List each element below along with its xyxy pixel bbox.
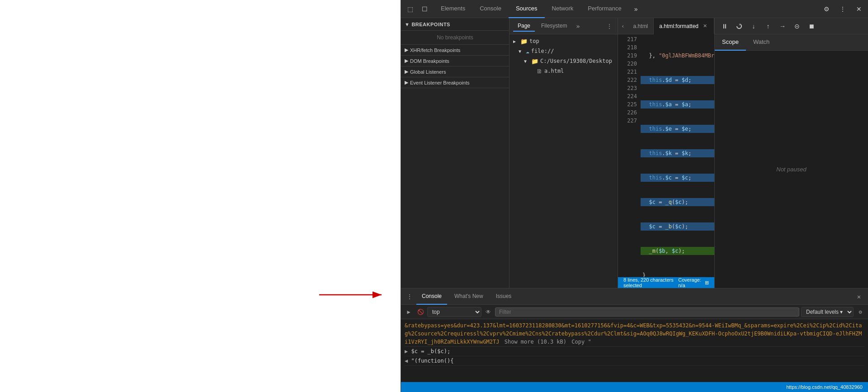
console-dots-menu[interactable]: ⋮ bbox=[405, 293, 415, 300]
tab-whats-new[interactable]: What's New bbox=[449, 288, 489, 305]
editor-status-bar: 8 lines, 220 characters selected Coverag… bbox=[618, 277, 714, 288]
close-tab-button[interactable]: ✕ bbox=[701, 23, 708, 30]
breakpoints-label: Breakpoints bbox=[411, 22, 450, 27]
tab-watch[interactable]: Watch bbox=[746, 34, 777, 51]
line-numbers: 217 218 219 220 221 222 223 224 225 22 bbox=[618, 34, 641, 277]
file-tree-menu-button[interactable]: ⋮ bbox=[605, 22, 614, 31]
line-num-219: 219 bbox=[622, 52, 637, 60]
file-icon-ahtml: 🗎 bbox=[537, 68, 542, 75]
tree-item-top[interactable]: ▶ 📁 top bbox=[509, 36, 618, 46]
device-toolbar-button[interactable]: ☐ bbox=[417, 2, 432, 16]
close-console-button[interactable]: ✕ bbox=[854, 291, 864, 302]
tree-label-ahtml: a.html bbox=[544, 68, 564, 74]
tree-item-ahtml[interactable]: ▶ 🗎 a.html bbox=[509, 66, 618, 76]
code-line-222: this.$c = $c; bbox=[641, 174, 714, 182]
editor-tab-ahtml-formatted-label: a.html:formatted bbox=[659, 23, 698, 29]
browser-viewport bbox=[0, 0, 401, 392]
folder-icon-desktop: 📁 bbox=[531, 58, 538, 65]
red-arrow-annotation bbox=[315, 286, 387, 308]
code-line-225: _m($b, $c); bbox=[641, 247, 714, 255]
close-devtools-button[interactable]: ✕ bbox=[852, 2, 866, 16]
copy-button[interactable]: Copy " bbox=[571, 339, 591, 345]
sources-panel: ▼ Breakpoints No breakpoints ▶ XHR/fetch… bbox=[401, 18, 868, 288]
expand-icon-bc[interactable]: ▶ bbox=[405, 348, 411, 354]
editor-tab-ahtml[interactable]: a.html bbox=[628, 18, 654, 34]
editor-tab-ahtml-formatted[interactable]: a.html:formatted ✕ bbox=[654, 18, 714, 34]
dom-breakpoints-row[interactable]: ▶ DOM Breakpoints bbox=[401, 56, 509, 66]
event-breakpoints-row[interactable]: ▶ Event Listener Breakpoints bbox=[401, 77, 509, 88]
deactivate-button[interactable]: ⊝ bbox=[791, 20, 803, 33]
tree-item-desktop[interactable]: ▼ 📁 C:/Users/19308/Desktop bbox=[509, 56, 618, 66]
cloud-icon-file: ☁ bbox=[526, 48, 529, 55]
expand-icon-function[interactable]: ◀ bbox=[405, 358, 411, 364]
global-label: Global Listeners bbox=[410, 69, 446, 75]
global-listeners-row[interactable]: ▶ Global Listeners bbox=[401, 66, 509, 77]
scope-watch-tab-bar: Scope Watch bbox=[715, 34, 868, 51]
xhr-breakpoints-row[interactable]: ▶ XHR/fetch Breakpoints bbox=[401, 45, 509, 56]
step-into-button[interactable]: ↓ bbox=[747, 20, 760, 33]
tree-item-file[interactable]: ▼ ☁ file:// bbox=[509, 46, 618, 56]
console-status-bar: https://blog.csdn.net/qq_40832960 bbox=[401, 382, 868, 392]
line-num-227: 227 bbox=[622, 117, 637, 125]
tree-label-file: file:// bbox=[531, 48, 554, 54]
editor-tab-back[interactable]: ‹ bbox=[618, 18, 628, 34]
right-debug-panel: ⏸ ↓ ↑ → ⊝ ⏹ bbox=[714, 18, 868, 288]
settings-button[interactable]: ⚙ bbox=[819, 2, 834, 16]
console-filter-input[interactable] bbox=[495, 307, 799, 316]
file-tree-content: ▶ 📁 top ▼ ☁ file:// ▼ 📁 C:/Users bbox=[509, 34, 618, 288]
toolbar-right-actions: ⚙ ⋮ ✕ bbox=[819, 2, 866, 16]
more-tabs-button[interactable]: » bbox=[629, 2, 643, 16]
console-context-selector[interactable]: top bbox=[427, 307, 481, 317]
console-eye-button[interactable]: 👁 bbox=[483, 307, 493, 317]
devtools-toolbar: ⬚ ☐ Elements Console Sources Network Per… bbox=[401, 0, 868, 18]
console-level-select[interactable]: Default levels ▾ bbox=[801, 307, 854, 317]
pause-exceptions-button[interactable]: ⏹ bbox=[805, 20, 818, 33]
tab-elements[interactable]: Elements bbox=[434, 0, 472, 18]
toggle-coverage-button[interactable]: ⊞ bbox=[705, 280, 709, 286]
line-num-222: 222 bbox=[622, 76, 637, 84]
tree-arrow-desktop: ▼ bbox=[524, 59, 529, 64]
code-content-area[interactable]: 217 218 219 220 221 222 223 224 225 22 bbox=[618, 34, 714, 277]
console-clear-button[interactable]: 🚫 bbox=[415, 307, 425, 317]
line-num-218: 218 bbox=[622, 43, 637, 52]
selection-info: 8 lines, 220 characters selected bbox=[623, 277, 678, 288]
step-over-button[interactable] bbox=[733, 20, 745, 33]
line-num-221: 221 bbox=[622, 68, 637, 76]
xhr-arrow: ▶ bbox=[405, 47, 408, 53]
tab-sources[interactable]: Sources bbox=[509, 0, 545, 18]
code-line-218: this.$d = $d; bbox=[641, 76, 714, 84]
code-editor: ‹ a.html a.html:formatted ✕ bbox=[618, 18, 714, 288]
inspect-element-button[interactable]: ⬚ bbox=[403, 2, 417, 16]
tab-scope[interactable]: Scope bbox=[715, 34, 746, 51]
console-line-bc: ▶ $c = _b($c); bbox=[405, 347, 864, 356]
step-button[interactable]: → bbox=[776, 20, 789, 33]
show-more-button[interactable]: Show more (10.3 kB) bbox=[505, 339, 566, 345]
coverage-label: Coverage: n/a bbox=[678, 277, 701, 288]
devtools-body: ▼ Breakpoints No breakpoints ▶ XHR/fetch… bbox=[401, 18, 868, 288]
code-text-area[interactable]: }, "0glJAhBFWmB84MBriCJIiVlIi this.$d = … bbox=[641, 34, 714, 277]
devtools-tab-nav: Elements Console Sources Network Perform… bbox=[434, 0, 629, 18]
xhr-label: XHR/fetch Breakpoints bbox=[410, 47, 460, 53]
console-output-area[interactable]: &ratebypass=yes&dur=423.137&lmt=16037231… bbox=[401, 319, 868, 382]
breakpoints-section-header[interactable]: ▼ Breakpoints bbox=[401, 18, 509, 31]
tab-console-bottom[interactable]: Console bbox=[416, 288, 447, 305]
tab-performance[interactable]: Performance bbox=[580, 0, 628, 18]
tab-console[interactable]: Console bbox=[472, 0, 509, 18]
step-out-button[interactable]: ↑ bbox=[762, 20, 774, 33]
console-execute-button[interactable]: ▶ bbox=[404, 307, 414, 317]
line-num-223: 223 bbox=[622, 84, 637, 92]
console-settings-button[interactable]: ⚙ bbox=[855, 307, 865, 317]
tab-filesystem[interactable]: Filesystem bbox=[537, 21, 571, 32]
line-num-217: 217 bbox=[622, 35, 637, 43]
more-file-tabs-button[interactable]: » bbox=[573, 22, 582, 31]
tab-page[interactable]: Page bbox=[513, 21, 535, 32]
tree-label-desktop: C:/Users/19308/Desktop bbox=[540, 58, 612, 64]
code-line-224: $c = _b($c); bbox=[641, 222, 714, 231]
code-line-220: this.$e = $e; bbox=[641, 125, 714, 133]
pause-button[interactable]: ⏸ bbox=[718, 20, 731, 33]
global-arrow: ▶ bbox=[405, 69, 408, 75]
dom-label: DOM Breakpoints bbox=[410, 58, 449, 64]
tab-network[interactable]: Network bbox=[545, 0, 581, 18]
more-options-button[interactable]: ⋮ bbox=[835, 2, 850, 16]
tab-issues[interactable]: Issues bbox=[491, 288, 517, 305]
